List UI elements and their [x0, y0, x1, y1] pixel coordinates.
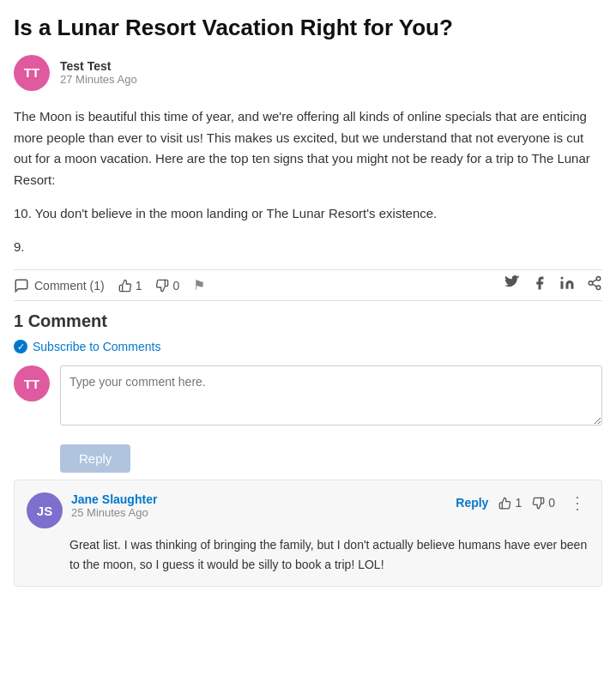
comment-card: JS Jane Slaughter 25 Minutes Ago Reply 1	[14, 480, 602, 587]
post-title: Is a Lunar Resort Vacation Right for You…	[14, 14, 602, 43]
comment-toggle[interactable]: Comment (1)	[14, 278, 105, 293]
post-paragraph-1: The Moon is beautiful this time of year,…	[14, 106, 602, 191]
main-reply-button[interactable]: Reply	[60, 444, 130, 473]
comment-reply-button[interactable]: Reply	[456, 496, 488, 510]
linkedin-icon[interactable]	[559, 275, 575, 295]
upvote-button[interactable]: 1	[118, 279, 142, 293]
comment-meta: Jane Slaughter 25 Minutes Ago	[71, 492, 447, 519]
facebook-icon[interactable]	[532, 275, 547, 295]
author-row: TT Test Test 27 Minutes Ago	[14, 55, 602, 91]
svg-point-1	[561, 277, 564, 280]
comment-input-row: TT	[14, 365, 602, 425]
flag-icon[interactable]: ⚑	[193, 277, 205, 293]
author-avatar: TT	[14, 55, 50, 91]
downvote-count: 0	[172, 279, 179, 293]
author-time: 27 Minutes Ago	[60, 73, 137, 86]
svg-line-5	[592, 284, 596, 287]
commenter-avatar: JS	[27, 492, 63, 528]
svg-point-3	[589, 281, 593, 286]
author-name: Test Test	[60, 59, 137, 73]
svg-rect-0	[561, 281, 564, 289]
svg-point-2	[596, 277, 601, 281]
subscribe-label: Subscribe to Comments	[33, 340, 160, 353]
post-paragraph-2: 10. You don't believe in the moon landin…	[14, 203, 602, 225]
comment-more-options-icon[interactable]: ⋮	[565, 492, 589, 513]
twitter-icon[interactable]	[504, 275, 520, 295]
current-user-avatar: TT	[14, 365, 50, 401]
action-bar-right	[504, 275, 602, 295]
comment-downvote-count: 0	[548, 496, 555, 510]
subscribe-row[interactable]: ✓ Subscribe to Comments	[14, 340, 602, 353]
svg-point-4	[596, 286, 601, 290]
thumbs-up-icon	[118, 279, 132, 293]
svg-line-6	[592, 280, 596, 282]
comment-input[interactable]	[60, 365, 602, 425]
comment-time: 25 Minutes Ago	[71, 506, 447, 519]
post-paragraph-3: 9.	[14, 237, 602, 258]
thumbs-down-icon	[155, 279, 169, 293]
comment-body: Great list. I was thinking of bringing t…	[69, 535, 589, 574]
comment-actions-right: Reply 1 0 ⋮	[456, 492, 589, 513]
comment-thumbs-up-icon	[498, 497, 511, 510]
comment-count-label: Comment (1)	[34, 279, 105, 293]
post-body: The Moon is beautiful this time of year,…	[14, 106, 602, 258]
comment-upvote[interactable]: 1	[498, 496, 522, 510]
downvote-button[interactable]: 0	[155, 279, 179, 293]
comment-header: JS Jane Slaughter 25 Minutes Ago Reply 1	[27, 492, 589, 528]
action-bar-left: Comment (1) 1 0 ⚑	[14, 277, 205, 293]
author-info: Test Test 27 Minutes Ago	[60, 59, 137, 86]
comment-upvote-count: 1	[515, 496, 522, 510]
upvote-count: 1	[136, 279, 142, 293]
comments-section: 1 Comment ✓ Subscribe to Comments TT Rep…	[14, 311, 602, 587]
comments-section-title: 1 Comment	[14, 311, 602, 331]
comment-icon	[14, 278, 29, 293]
commenter-name: Jane Slaughter	[71, 492, 447, 506]
comment-downvote[interactable]: 0	[532, 496, 555, 510]
share-icon[interactable]	[587, 275, 602, 295]
comment-thumbs-down-icon	[532, 497, 545, 510]
subscribe-check-icon: ✓	[14, 340, 27, 353]
action-bar: Comment (1) 1 0 ⚑	[14, 269, 602, 301]
